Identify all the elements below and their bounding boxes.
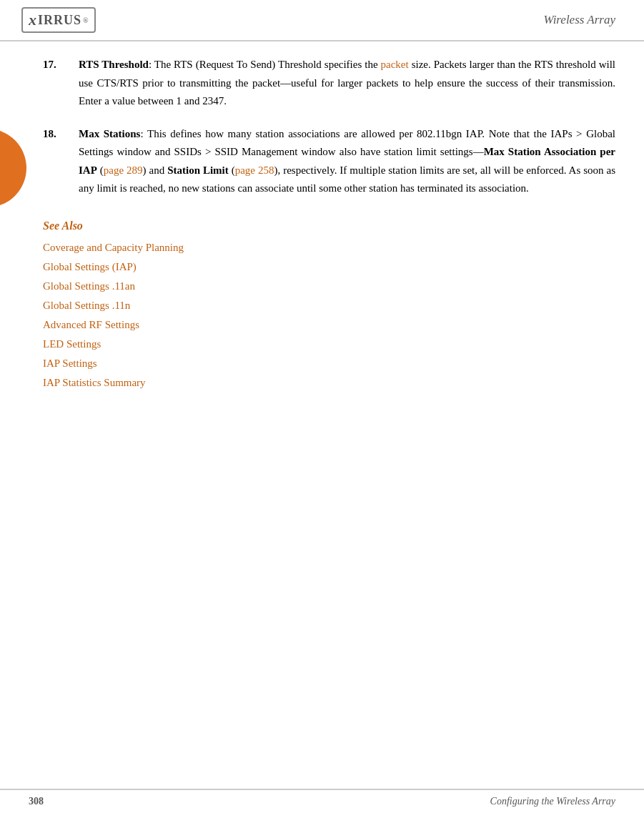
see-also-section: See Also Coverage and Capacity Planning … xyxy=(43,220,615,393)
list-item-17: 17. RTS Threshold: The RTS (Request To S… xyxy=(43,56,615,111)
list-item-18: 18. Max Stations: This defines how many … xyxy=(43,125,615,198)
item-18-number: 18. xyxy=(43,125,79,198)
page-289-link[interactable]: page 289 xyxy=(104,164,143,176)
main-content: 17. RTS Threshold: The RTS (Request To S… xyxy=(0,41,644,407)
footer-page-number: 308 xyxy=(29,796,44,807)
header-title: Wireless Array xyxy=(543,13,615,27)
logo-irrus: IRRUS xyxy=(38,13,81,28)
see-also-link-coverage[interactable]: Coverage and Capacity Planning xyxy=(43,238,615,257)
packet-link[interactable]: packet xyxy=(381,59,409,70)
item-18-term3: Station Limit xyxy=(167,164,229,176)
page-footer: 308 Configuring the Wireless Array xyxy=(0,789,644,813)
item-17-body-before: The RTS (Request To Send) Threshold spec… xyxy=(152,59,380,70)
page-header: x IRRUS ® Wireless Array xyxy=(0,0,644,41)
see-also-link-led[interactable]: LED Settings xyxy=(43,335,615,354)
logo-x: x xyxy=(29,11,36,29)
page-258-link[interactable]: page 258 xyxy=(235,164,274,176)
see-also-link-global-11n[interactable]: Global Settings .11n xyxy=(43,296,615,315)
item-18-body: Max Stations: This defines how many stat… xyxy=(79,125,615,198)
see-also-link-global-11an[interactable]: Global Settings .11an xyxy=(43,277,615,296)
item-18-middle: ) and xyxy=(143,164,168,176)
see-also-link-advanced-rf[interactable]: Advanced RF Settings xyxy=(43,315,615,335)
logo-box: x IRRUS ® xyxy=(21,7,96,33)
logo-container: x IRRUS ® xyxy=(21,7,96,33)
item-17-term: RTS Threshold xyxy=(79,59,149,70)
see-also-title: See Also xyxy=(43,220,615,232)
logo-reg: ® xyxy=(83,16,89,24)
see-also-link-global-iap[interactable]: Global Settings (IAP) xyxy=(43,257,615,277)
see-also-link-iap-settings[interactable]: IAP Settings xyxy=(43,354,615,373)
item-17-number: 17. xyxy=(43,56,79,111)
item-18-term: Max Stations xyxy=(79,128,140,139)
see-also-link-iap-statistics[interactable]: IAP Statistics Summary xyxy=(43,373,615,393)
footer-chapter-title: Configuring the Wireless Array xyxy=(490,796,615,807)
item-17-body: RTS Threshold: The RTS (Request To Send)… xyxy=(79,56,615,111)
